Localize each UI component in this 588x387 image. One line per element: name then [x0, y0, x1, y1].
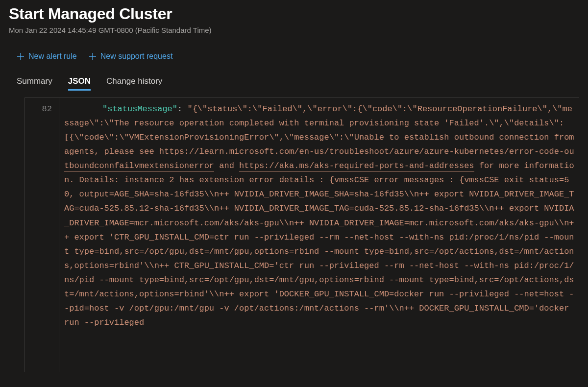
json-value-mid1: and — [214, 161, 239, 170]
json-code-panel: 82 "statusMessage": "{\"status\":\"Faile… — [24, 97, 579, 372]
new-support-request-label: New support request — [100, 52, 173, 61]
tab-change-history[interactable]: Change history — [106, 76, 162, 90]
json-value-part2: for more information. Details: instance … — [64, 161, 574, 327]
new-alert-rule-button[interactable]: New alert rule — [17, 52, 77, 61]
command-bar: New alert rule New support request — [17, 52, 579, 61]
json-key: "statusMessage" — [102, 104, 177, 114]
page-subtitle-timestamp: Mon Jan 22 2024 14:45:49 GMT-0800 (Pacif… — [9, 26, 579, 34]
tab-summary[interactable]: Summary — [17, 76, 52, 90]
new-support-request-button[interactable]: New support request — [89, 52, 173, 61]
aks-required-ports-link[interactable]: https://aka.ms/aks-required-ports-and-ad… — [239, 161, 474, 171]
plus-icon — [89, 52, 97, 60]
tab-json[interactable]: JSON — [68, 76, 91, 90]
line-number-gutter: 82 — [25, 98, 59, 372]
json-colon: : — [177, 104, 187, 114]
json-line-content: "statusMessage": "{\"status\":\"Failed\"… — [59, 98, 579, 330]
new-alert-rule-label: New alert rule — [28, 52, 77, 61]
tabs: Summary JSON Change history — [17, 76, 579, 91]
page-title: Start Managed Cluster — [9, 5, 579, 23]
plus-icon — [17, 52, 24, 60]
